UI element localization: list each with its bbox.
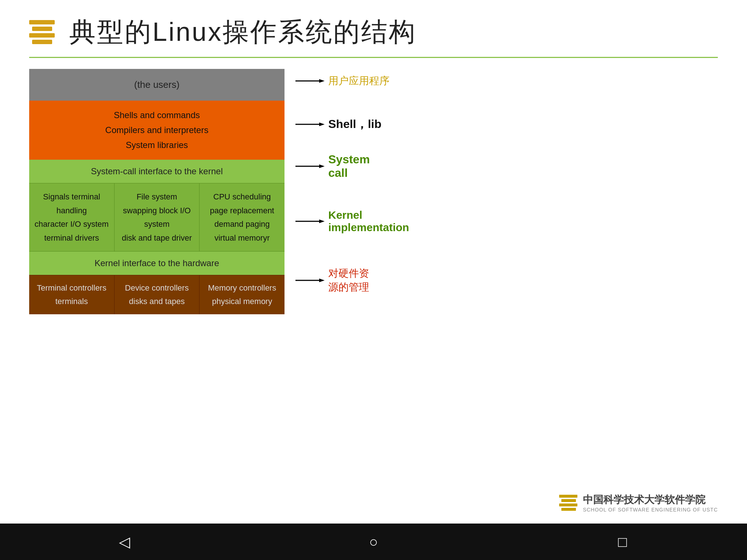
arrow-icon-4: [295, 218, 325, 225]
kernel-col-2: File system swapping block I/O system di…: [114, 183, 200, 251]
ann-users: 用户应用程序: [295, 74, 718, 88]
header-logo-icon: [29, 19, 58, 45]
layer-hw-interface: Kernel interface to the hardware: [29, 251, 285, 275]
svg-marker-1: [319, 79, 325, 83]
svg-marker-5: [319, 164, 325, 168]
annotations-panel: 用户应用程序 Shell，lib System call: [285, 69, 718, 294]
arrow-icon-5: [295, 277, 325, 284]
ann-kernel: Kernel implementation: [295, 209, 718, 234]
arrow-icon-2: [295, 121, 325, 128]
ann-shell: Shell，lib: [295, 116, 718, 132]
layer-users: (the users): [29, 69, 285, 101]
layer-orange: Shells and commands Compilers and interp…: [29, 101, 285, 160]
header: 典型的Linux操作系统的结构: [29, 15, 718, 50]
hw-col-1: Terminal controllers terminals: [29, 275, 114, 314]
layer-kernel: Signals terminal handling character I/O …: [29, 183, 285, 251]
divider: [29, 57, 718, 58]
layer-hw: Terminal controllers terminals Device co…: [29, 275, 285, 314]
content-area: (the users) Shells and commands Compiler…: [29, 69, 718, 489]
os-diagram: (the users) Shells and commands Compiler…: [29, 69, 285, 314]
hw-col-2: Device controllers disks and tapes: [114, 275, 200, 314]
recent-button[interactable]: □: [608, 531, 637, 553]
ann-syscall: System call: [295, 153, 718, 180]
kernel-col-3: CPU scheduling page replacement demand p…: [199, 183, 285, 251]
svg-marker-7: [319, 219, 325, 223]
svg-marker-9: [319, 279, 325, 282]
ustc-logo-icon: [559, 495, 577, 511]
ustc-logo-text: 中国科学技术大学软件学院 SCHOOL OF SOFTWARE ENGINEER…: [583, 493, 718, 513]
page-title: 典型的Linux操作系统的结构: [69, 15, 417, 50]
arrow-icon-1: [295, 77, 325, 85]
back-button[interactable]: ◁: [110, 531, 139, 553]
bottom-logo: 中国科学技术大学软件学院 SCHOOL OF SOFTWARE ENGINEER…: [29, 493, 718, 513]
home-button[interactable]: ○: [359, 531, 388, 553]
ann-hardware: 对硬件资 源的管理: [295, 267, 718, 294]
layer-syscall: System-call interface to the kernel: [29, 160, 285, 183]
hw-col-3: Memory controllers physical memory: [199, 275, 285, 314]
android-navbar: ◁ ○ □: [0, 524, 747, 560]
svg-marker-3: [319, 122, 325, 126]
arrow-icon-3: [295, 163, 325, 170]
slide: 典型的Linux操作系统的结构 (the users) Shells and c…: [0, 0, 747, 524]
kernel-col-1: Signals terminal handling character I/O …: [29, 183, 114, 251]
